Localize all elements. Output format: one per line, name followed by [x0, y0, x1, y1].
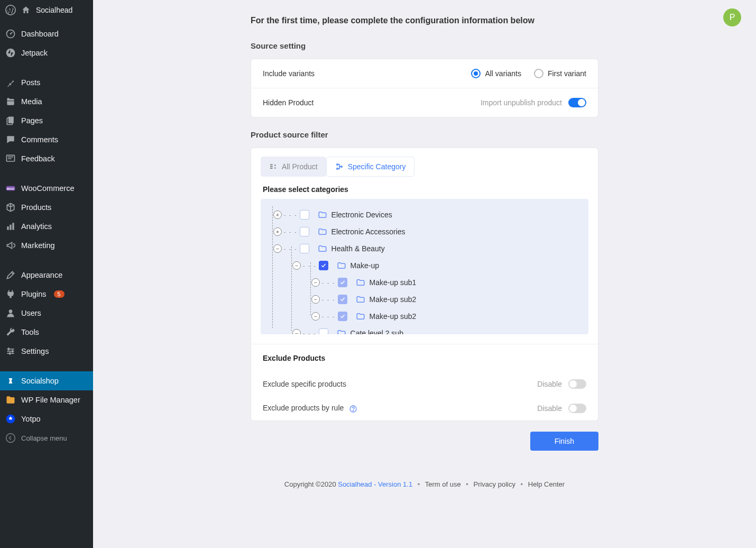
- variants-radio-group: All variants First variant: [471, 69, 586, 78]
- nav-pages[interactable]: Pages: [0, 111, 93, 130]
- svg-text:WOO: WOO: [7, 187, 15, 190]
- analytics-icon: [5, 221, 16, 232]
- user-avatar[interactable]: P: [723, 8, 741, 26]
- svg-point-2: [10, 33, 12, 35]
- settings-icon: [5, 346, 16, 357]
- product-source-filter-card: All Product Specific Category Please sel…: [251, 148, 598, 421]
- woo-icon: WOO: [5, 183, 16, 194]
- admin-bar: Socialhead: [0, 0, 93, 20]
- category-label[interactable]: Make-up: [351, 261, 379, 270]
- footer-brand-link[interactable]: Socialhead - Version 1.1: [338, 480, 412, 488]
- svg-rect-23: [270, 166, 273, 167]
- nav-dashboard[interactable]: Dashboard: [0, 24, 93, 43]
- category-row: +- - -Electronic Devices: [266, 206, 583, 223]
- footer-privacy-link[interactable]: Privacy policy: [473, 480, 515, 488]
- nav-woocommerce[interactable]: WOOWooCommerce: [0, 179, 93, 198]
- expander-icon[interactable]: −: [311, 312, 320, 321]
- help-icon[interactable]: [349, 405, 357, 413]
- radio-first-variant[interactable]: First variant: [534, 69, 586, 78]
- expander-icon[interactable]: −: [311, 295, 320, 304]
- hidden-product-label: Hidden Product: [263, 98, 314, 107]
- nav-users[interactable]: Users: [0, 304, 93, 323]
- filter-tabs: All Product Specific Category: [251, 148, 598, 177]
- svg-point-3: [6, 49, 15, 58]
- nav-appearance[interactable]: Appearance: [0, 266, 93, 285]
- folder-icon: [356, 295, 365, 304]
- category-checkbox[interactable]: [319, 328, 328, 334]
- nav-yotpo[interactable]: Yotpo: [0, 409, 93, 428]
- nav-socialshop[interactable]: Socialshop: [0, 371, 93, 390]
- category-checkbox[interactable]: [300, 210, 309, 220]
- category-checkbox[interactable]: [319, 261, 328, 270]
- all-product-icon: [269, 162, 278, 171]
- expander-icon[interactable]: −: [311, 278, 320, 287]
- footer-help-link[interactable]: Help Center: [528, 480, 565, 488]
- svg-point-21: [6, 434, 15, 443]
- source-setting-title: Source setting: [251, 41, 598, 50]
- plugins-icon: [5, 289, 16, 299]
- nav-jetpack[interactable]: Jetpack: [0, 43, 93, 62]
- jetpack-icon: [5, 48, 16, 58]
- category-tree[interactable]: +- - -Electronic Devices+- - -Electronic…: [261, 199, 588, 334]
- expander-icon[interactable]: −: [273, 244, 282, 253]
- footer-term-link[interactable]: Term of use: [425, 480, 461, 488]
- home-icon[interactable]: [21, 5, 31, 15]
- plugins-badge: 5: [54, 290, 64, 298]
- comment-icon: [5, 134, 16, 145]
- category-label[interactable]: Electronic Devices: [331, 211, 392, 219]
- wordpress-logo-icon[interactable]: [5, 5, 16, 15]
- expander-icon[interactable]: −: [292, 329, 301, 334]
- exclude-products-title: Exclude Products: [251, 344, 598, 372]
- category-checkbox[interactable]: [338, 312, 347, 321]
- finish-button[interactable]: Finish: [530, 432, 598, 451]
- category-row: −- - -Make-up: [266, 257, 583, 274]
- svg-rect-17: [12, 350, 14, 353]
- radio-all-variants[interactable]: All variants: [471, 69, 521, 78]
- appearance-icon: [5, 270, 16, 280]
- nav-posts[interactable]: Posts: [0, 73, 93, 92]
- category-row: −- - -Make-up sub2: [266, 308, 583, 325]
- category-label[interactable]: Cate level 2 sub: [351, 329, 403, 334]
- nav-products[interactable]: Products: [0, 198, 93, 217]
- expander-icon[interactable]: −: [292, 261, 301, 270]
- exclude-specific-toggle[interactable]: [568, 379, 586, 389]
- expander-icon[interactable]: +: [273, 211, 282, 219]
- tab-specific-category[interactable]: Specific Category: [326, 157, 415, 177]
- disable-label-1: Disable: [537, 380, 562, 388]
- nav-feedback[interactable]: Feedback: [0, 149, 93, 168]
- expander-icon[interactable]: +: [273, 227, 282, 236]
- category-label[interactable]: Electronic Accessories: [331, 227, 405, 236]
- dashboard-icon: [5, 29, 16, 39]
- category-checkbox[interactable]: [338, 278, 347, 287]
- svg-point-28: [336, 168, 338, 170]
- collapse-menu[interactable]: Collapse menu: [0, 428, 93, 447]
- category-checkbox[interactable]: [300, 227, 309, 236]
- import-unpublish-toggle[interactable]: [568, 98, 586, 107]
- nav-wp-file-manager[interactable]: WP File Manager: [0, 390, 93, 409]
- exclude-rule-toggle[interactable]: [568, 404, 586, 413]
- exclude-specific-label: Exclude specific products: [263, 380, 346, 388]
- category-row: −- - -Cate level 2 sub: [266, 325, 583, 334]
- nav-comments[interactable]: Comments: [0, 130, 93, 149]
- tab-all-product[interactable]: All Product: [261, 157, 326, 177]
- category-label[interactable]: Make-up sub2: [370, 312, 417, 321]
- site-name[interactable]: Socialhead: [36, 6, 72, 14]
- yotpo-icon: [5, 414, 16, 424]
- svg-point-12: [9, 309, 13, 313]
- specific-category-icon: [335, 162, 344, 171]
- nav-analytics[interactable]: Analytics: [0, 217, 93, 236]
- category-checkbox[interactable]: [338, 295, 347, 304]
- category-label[interactable]: Health & Beauty: [331, 244, 385, 253]
- nav-plugins[interactable]: Plugins5: [0, 285, 93, 304]
- category-checkbox[interactable]: [300, 244, 309, 253]
- nav-media[interactable]: Media: [0, 92, 93, 111]
- nav-settings[interactable]: Settings: [0, 342, 93, 361]
- category-label[interactable]: Make-up sub2: [370, 295, 417, 304]
- nav-tools[interactable]: Tools: [0, 323, 93, 342]
- nav-marketing[interactable]: Marketing: [0, 236, 93, 255]
- category-label[interactable]: Make-up sub1: [370, 278, 417, 287]
- svg-rect-9: [7, 226, 8, 230]
- category-row: −- - -Make-up sub2: [266, 291, 583, 308]
- svg-point-29: [340, 166, 342, 168]
- svg-rect-22: [270, 164, 273, 165]
